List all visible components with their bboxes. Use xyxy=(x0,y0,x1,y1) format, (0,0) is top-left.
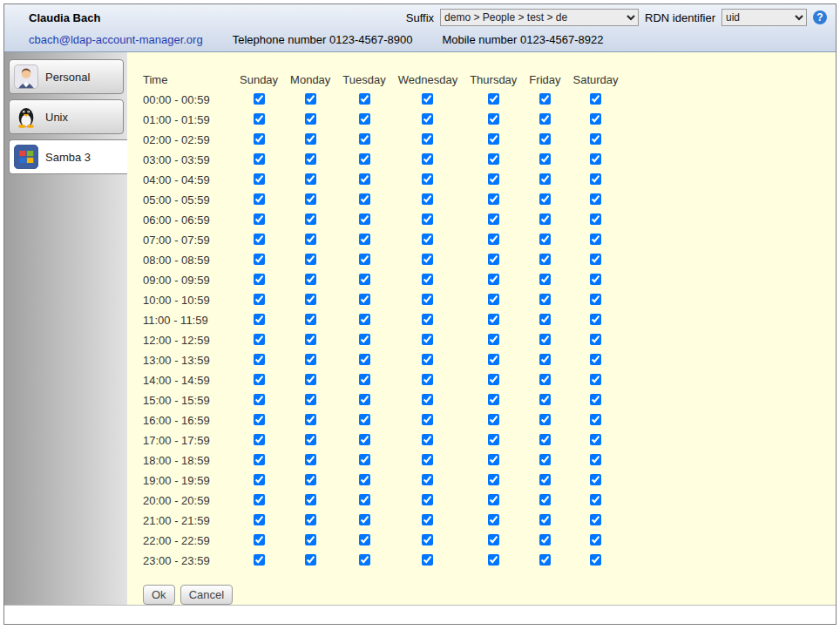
slot-checkbox[interactable] xyxy=(539,474,551,485)
slot-checkbox[interactable] xyxy=(359,254,370,265)
slot-checkbox[interactable] xyxy=(359,534,370,545)
slot-checkbox[interactable] xyxy=(254,234,265,245)
suffix-select[interactable]: demo > People > test > de xyxy=(440,9,639,26)
slot-checkbox[interactable] xyxy=(539,374,551,385)
slot-checkbox[interactable] xyxy=(590,113,601,125)
slot-checkbox[interactable] xyxy=(488,93,499,105)
slot-checkbox[interactable] xyxy=(305,294,316,305)
slot-checkbox[interactable] xyxy=(590,474,601,485)
slot-checkbox[interactable] xyxy=(305,414,316,425)
rdn-identifier-select[interactable]: uid xyxy=(721,9,807,26)
slot-checkbox[interactable] xyxy=(590,334,601,345)
slot-checkbox[interactable] xyxy=(488,294,499,305)
slot-checkbox[interactable] xyxy=(488,414,499,425)
slot-checkbox[interactable] xyxy=(359,193,370,205)
slot-checkbox[interactable] xyxy=(488,193,499,205)
slot-checkbox[interactable] xyxy=(359,354,370,365)
slot-checkbox[interactable] xyxy=(539,354,551,365)
slot-checkbox[interactable] xyxy=(254,554,265,566)
slot-checkbox[interactable] xyxy=(422,173,433,185)
slot-checkbox[interactable] xyxy=(422,534,433,545)
slot-checkbox[interactable] xyxy=(422,374,433,385)
slot-checkbox[interactable] xyxy=(422,294,433,305)
slot-checkbox[interactable] xyxy=(590,173,601,185)
slot-checkbox[interactable] xyxy=(539,153,551,165)
slot-checkbox[interactable] xyxy=(539,394,551,405)
slot-checkbox[interactable] xyxy=(305,514,316,525)
slot-checkbox[interactable] xyxy=(305,113,316,125)
sidebar-tab-samba3[interactable]: Samba 3 xyxy=(9,139,127,174)
slot-checkbox[interactable] xyxy=(359,93,370,105)
slot-checkbox[interactable] xyxy=(305,274,316,285)
slot-checkbox[interactable] xyxy=(539,274,551,285)
slot-checkbox[interactable] xyxy=(305,193,316,205)
slot-checkbox[interactable] xyxy=(254,113,265,125)
slot-checkbox[interactable] xyxy=(359,454,370,465)
slot-checkbox[interactable] xyxy=(254,274,265,285)
slot-checkbox[interactable] xyxy=(305,534,316,545)
slot-checkbox[interactable] xyxy=(254,213,265,225)
slot-checkbox[interactable] xyxy=(590,414,601,425)
slot-checkbox[interactable] xyxy=(422,254,433,265)
slot-checkbox[interactable] xyxy=(422,474,433,485)
slot-checkbox[interactable] xyxy=(590,294,601,305)
slot-checkbox[interactable] xyxy=(488,314,499,325)
slot-checkbox[interactable] xyxy=(422,234,433,245)
slot-checkbox[interactable] xyxy=(305,494,316,505)
slot-checkbox[interactable] xyxy=(422,494,433,505)
slot-checkbox[interactable] xyxy=(422,354,433,365)
slot-checkbox[interactable] xyxy=(539,254,551,265)
slot-checkbox[interactable] xyxy=(359,374,370,385)
slot-checkbox[interactable] xyxy=(590,394,601,405)
slot-checkbox[interactable] xyxy=(359,234,370,245)
slot-checkbox[interactable] xyxy=(590,514,601,525)
slot-checkbox[interactable] xyxy=(590,494,601,505)
slot-checkbox[interactable] xyxy=(539,294,551,305)
slot-checkbox[interactable] xyxy=(488,554,499,566)
slot-checkbox[interactable] xyxy=(254,314,265,325)
slot-checkbox[interactable] xyxy=(422,213,433,225)
slot-checkbox[interactable] xyxy=(488,474,499,485)
slot-checkbox[interactable] xyxy=(254,173,265,185)
slot-checkbox[interactable] xyxy=(359,474,370,485)
slot-checkbox[interactable] xyxy=(359,494,370,505)
slot-checkbox[interactable] xyxy=(254,294,265,305)
slot-checkbox[interactable] xyxy=(590,274,601,285)
slot-checkbox[interactable] xyxy=(254,374,265,385)
slot-checkbox[interactable] xyxy=(539,173,551,185)
slot-checkbox[interactable] xyxy=(422,93,433,105)
slot-checkbox[interactable] xyxy=(422,153,433,165)
slot-checkbox[interactable] xyxy=(359,133,370,145)
slot-checkbox[interactable] xyxy=(539,334,551,345)
slot-checkbox[interactable] xyxy=(254,534,265,545)
slot-checkbox[interactable] xyxy=(305,153,316,165)
slot-checkbox[interactable] xyxy=(359,173,370,185)
slot-checkbox[interactable] xyxy=(488,113,499,125)
ok-button[interactable]: Ok xyxy=(143,585,175,605)
slot-checkbox[interactable] xyxy=(422,434,433,445)
slot-checkbox[interactable] xyxy=(305,234,316,245)
slot-checkbox[interactable] xyxy=(305,394,316,405)
slot-checkbox[interactable] xyxy=(590,213,601,225)
slot-checkbox[interactable] xyxy=(305,374,316,385)
slot-checkbox[interactable] xyxy=(539,193,551,205)
slot-checkbox[interactable] xyxy=(590,133,601,145)
slot-checkbox[interactable] xyxy=(359,274,370,285)
slot-checkbox[interactable] xyxy=(305,314,316,325)
slot-checkbox[interactable] xyxy=(422,454,433,465)
slot-checkbox[interactable] xyxy=(488,153,499,165)
slot-checkbox[interactable] xyxy=(305,93,316,105)
cancel-button[interactable]: Cancel xyxy=(180,585,233,605)
slot-checkbox[interactable] xyxy=(305,434,316,445)
slot-checkbox[interactable] xyxy=(254,414,265,425)
slot-checkbox[interactable] xyxy=(590,374,601,385)
slot-checkbox[interactable] xyxy=(254,193,265,205)
slot-checkbox[interactable] xyxy=(422,554,433,566)
slot-checkbox[interactable] xyxy=(359,153,370,165)
sidebar-tab-personal[interactable]: Personal xyxy=(9,59,124,94)
slot-checkbox[interactable] xyxy=(305,454,316,465)
slot-checkbox[interactable] xyxy=(254,394,265,405)
slot-checkbox[interactable] xyxy=(590,534,601,545)
slot-checkbox[interactable] xyxy=(590,234,601,245)
slot-checkbox[interactable] xyxy=(254,454,265,465)
